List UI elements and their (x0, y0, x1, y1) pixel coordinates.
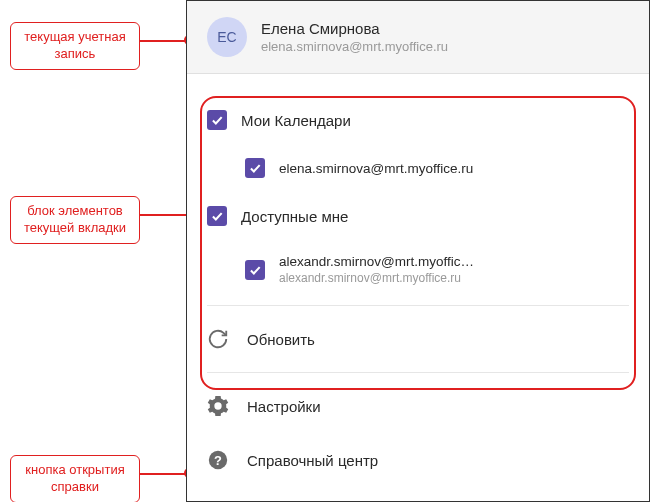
avatar: ЕС (207, 17, 247, 57)
help-button[interactable]: ? Справочный центр (187, 433, 649, 487)
divider (207, 372, 629, 373)
shared-calendars-row[interactable]: Доступные мне (187, 192, 649, 240)
callout-line (140, 40, 186, 42)
refresh-icon (207, 328, 229, 350)
account-email: elena.smirnova@mrt.myoffice.ru (261, 39, 448, 54)
settings-label: Настройки (247, 398, 321, 415)
calendar-item[interactable]: elena.smirnova@mrt.myoffice.ru (187, 144, 649, 192)
account-text: Елена Смирнова elena.smirnova@mrt.myoffi… (261, 20, 448, 54)
divider (207, 305, 629, 306)
help-icon: ? (207, 449, 229, 471)
shared-calendars-label: Доступные мне (241, 208, 348, 225)
callout-account: текущая учетная запись (10, 22, 140, 70)
my-calendars-row[interactable]: Мои Календари (187, 96, 649, 144)
account-header[interactable]: ЕС Елена Смирнова elena.smirnova@mrt.myo… (187, 1, 649, 74)
calendar-item-label: alexandr.smirnov@mrt.myoffic… (279, 254, 474, 269)
my-calendars-label: Мои Календари (241, 112, 351, 129)
callout-section: блок элементов текущей вкладки (10, 196, 140, 244)
callout-help-text: кнопка открытия справки (25, 462, 124, 494)
settings-button[interactable]: Настройки (187, 379, 649, 433)
callout-line (140, 214, 190, 216)
checkbox-icon[interactable] (245, 158, 265, 178)
calendar-item-secondary: alexandr.smirnov@mrt.myoffice.ru (279, 271, 474, 285)
calendar-item-text: alexandr.smirnov@mrt.myoffic… alexandr.s… (279, 254, 474, 285)
sidebar-panel: ЕС Елена Смирнова elena.smirnova@mrt.myo… (186, 0, 650, 502)
callout-help: кнопка открытия справки (10, 455, 140, 502)
help-label: Справочный центр (247, 452, 378, 469)
callout-section-text: блок элементов текущей вкладки (24, 203, 126, 235)
calendar-item[interactable]: alexandr.smirnov@mrt.myoffic… alexandr.s… (187, 240, 649, 299)
checkbox-icon[interactable] (207, 110, 227, 130)
refresh-button[interactable]: Обновить (187, 312, 649, 366)
checkbox-icon[interactable] (245, 260, 265, 280)
calendar-list: Мои Календари elena.smirnova@mrt.myoffic… (187, 74, 649, 487)
svg-text:?: ? (214, 453, 222, 468)
avatar-initials: ЕС (217, 29, 236, 45)
calendar-item-label: elena.smirnova@mrt.myoffice.ru (279, 161, 473, 176)
refresh-label: Обновить (247, 331, 315, 348)
callout-line (140, 473, 186, 475)
account-name: Елена Смирнова (261, 20, 448, 37)
checkbox-icon[interactable] (207, 206, 227, 226)
callout-account-text: текущая учетная запись (24, 29, 125, 61)
gear-icon (207, 395, 229, 417)
